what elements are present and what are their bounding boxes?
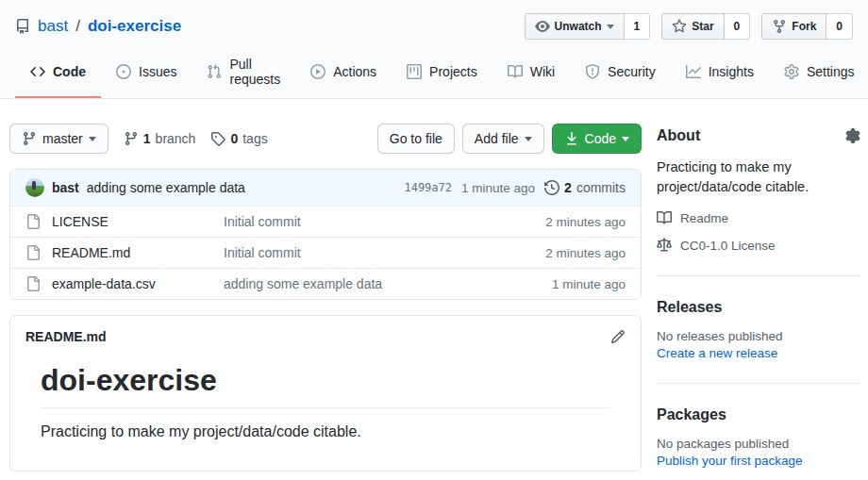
code-button-label: Code bbox=[585, 129, 616, 148]
unwatch-button[interactable]: Unwatch bbox=[525, 13, 625, 40]
tag-count-label: tags bbox=[242, 131, 267, 146]
fork-label: Fork bbox=[792, 17, 816, 36]
branch-select-button[interactable]: master bbox=[9, 124, 108, 154]
star-group: Star 0 bbox=[661, 13, 750, 40]
commit-message-link[interactable]: adding some example data bbox=[87, 180, 245, 195]
tab-label: Projects bbox=[429, 64, 477, 79]
releases-empty-text: No releases published bbox=[657, 329, 860, 343]
file-time: 2 minutes ago bbox=[545, 215, 626, 229]
fork-count[interactable]: 0 bbox=[826, 13, 853, 40]
file-list-box: bast adding some example data 1499a72 1 … bbox=[9, 169, 642, 300]
file-name-link[interactable]: README.md bbox=[52, 245, 212, 260]
star-icon bbox=[672, 19, 687, 34]
star-label: Star bbox=[692, 17, 713, 36]
repo-actions: Unwatch 1 Star 0 Fork bbox=[525, 13, 853, 40]
readme-title: doi-exercise bbox=[41, 363, 610, 408]
tab-projects[interactable]: Projects bbox=[392, 47, 492, 98]
star-button[interactable]: Star bbox=[661, 13, 724, 40]
watch-count[interactable]: 1 bbox=[625, 13, 651, 40]
play-icon bbox=[310, 64, 326, 79]
issue-icon bbox=[116, 64, 131, 79]
file-icon bbox=[25, 245, 41, 260]
tag-count: 0 bbox=[230, 131, 238, 146]
file-row: README.md Initial commit 2 minutes ago bbox=[10, 237, 641, 268]
watch-group: Unwatch 1 bbox=[525, 13, 651, 40]
add-file-label: Add file bbox=[475, 129, 519, 148]
current-branch-label: master bbox=[42, 129, 83, 148]
gear-icon bbox=[784, 64, 799, 79]
tab-settings[interactable]: Settings bbox=[769, 47, 868, 98]
file-time: 2 minutes ago bbox=[545, 246, 626, 260]
commit-count: 2 bbox=[564, 180, 572, 195]
releases-heading: Releases bbox=[657, 299, 722, 316]
tab-label: Insights bbox=[709, 64, 754, 79]
commit-count-label: commits bbox=[576, 180, 626, 195]
file-commit-message-link[interactable]: Initial commit bbox=[224, 214, 534, 229]
tab-label: Issues bbox=[139, 64, 176, 79]
add-file-button[interactable]: Add file bbox=[462, 124, 544, 154]
readme-card: README.md doi-exercise Practicing to mak… bbox=[9, 315, 642, 472]
tag-icon bbox=[210, 131, 225, 146]
readme-filename: README.md bbox=[25, 329, 107, 344]
commit-sha-link[interactable]: 1499a72 bbox=[404, 181, 452, 194]
tab-wiki[interactable]: Wiki bbox=[492, 47, 570, 98]
about-section: About Practicing to make my project/data… bbox=[657, 99, 860, 275]
tab-security[interactable]: Security bbox=[570, 47, 671, 98]
publish-package-link[interactable]: Publish your first package bbox=[657, 454, 803, 468]
license-label: CC0-1.0 License bbox=[680, 239, 776, 253]
branches-link[interactable]: 1 branch bbox=[124, 131, 196, 146]
tab-code[interactable]: Code bbox=[15, 47, 101, 98]
star-count[interactable]: 0 bbox=[725, 13, 751, 40]
pencil-icon[interactable] bbox=[610, 329, 626, 344]
code-download-button[interactable]: Code bbox=[552, 124, 642, 154]
file-commit-message-link[interactable]: adding some example data bbox=[224, 276, 541, 291]
tab-label: Actions bbox=[333, 64, 376, 79]
file-icon bbox=[25, 214, 41, 229]
file-row: example-data.csv adding some example dat… bbox=[10, 268, 641, 299]
unwatch-label: Unwatch bbox=[555, 17, 602, 36]
packages-empty-text: No packages published bbox=[657, 437, 860, 451]
repo-sidebar: About Practicing to make my project/data… bbox=[657, 99, 860, 480]
graph-icon bbox=[686, 64, 701, 79]
readme-text: Practicing to make my project/data/code … bbox=[41, 423, 610, 440]
releases-section: Releases No releases published Create a … bbox=[657, 275, 860, 383]
code-icon bbox=[30, 64, 45, 79]
file-name-link[interactable]: LICENSE bbox=[52, 214, 212, 229]
commit-history-link[interactable]: 2 commits bbox=[544, 180, 626, 195]
commit-author-link[interactable]: bast bbox=[52, 180, 79, 195]
commit-time[interactable]: 1 minute ago bbox=[461, 181, 535, 195]
book-icon bbox=[657, 210, 672, 225]
about-settings-gear-icon[interactable] bbox=[845, 128, 860, 143]
chevron-down-icon bbox=[607, 25, 614, 29]
owner-link[interactable]: bast bbox=[38, 17, 68, 36]
repo-content: master 1 branch 0 tags Go to f bbox=[9, 99, 642, 480]
goto-file-button[interactable]: Go to file bbox=[377, 124, 455, 154]
packages-section: Packages No packages published Publish y… bbox=[657, 383, 860, 480]
file-icon bbox=[25, 276, 41, 291]
avatar[interactable] bbox=[25, 178, 44, 197]
download-icon bbox=[564, 131, 579, 146]
tab-insights[interactable]: Insights bbox=[671, 47, 769, 98]
fork-button[interactable]: Fork bbox=[761, 13, 826, 40]
readme-body: doi-exercise Practicing to make my proje… bbox=[10, 350, 641, 471]
fork-icon bbox=[772, 19, 787, 34]
readme-link[interactable]: Readme bbox=[657, 210, 860, 225]
book-icon bbox=[508, 64, 523, 79]
tab-label: Code bbox=[53, 64, 86, 79]
fork-group: Fork 0 bbox=[761, 13, 853, 40]
tab-issues[interactable]: Issues bbox=[101, 47, 192, 98]
readme-label: Readme bbox=[680, 211, 728, 225]
tab-actions[interactable]: Actions bbox=[295, 47, 392, 98]
file-commit-message-link[interactable]: Initial commit bbox=[224, 245, 534, 260]
shield-icon bbox=[585, 64, 600, 79]
tags-link[interactable]: 0 tags bbox=[210, 131, 267, 146]
file-name-link[interactable]: example-data.csv bbox=[52, 276, 212, 291]
repo-link[interactable]: doi-exercise bbox=[88, 17, 181, 36]
tab-label: Settings bbox=[807, 64, 855, 79]
license-link[interactable]: CC0-1.0 License bbox=[657, 238, 860, 253]
breadcrumb-separator: / bbox=[75, 17, 80, 36]
git-branch-icon bbox=[22, 131, 37, 146]
tab-pull-requests[interactable]: Pull requests bbox=[192, 47, 295, 98]
packages-heading: Packages bbox=[657, 406, 726, 423]
create-release-link[interactable]: Create a new release bbox=[657, 346, 777, 360]
